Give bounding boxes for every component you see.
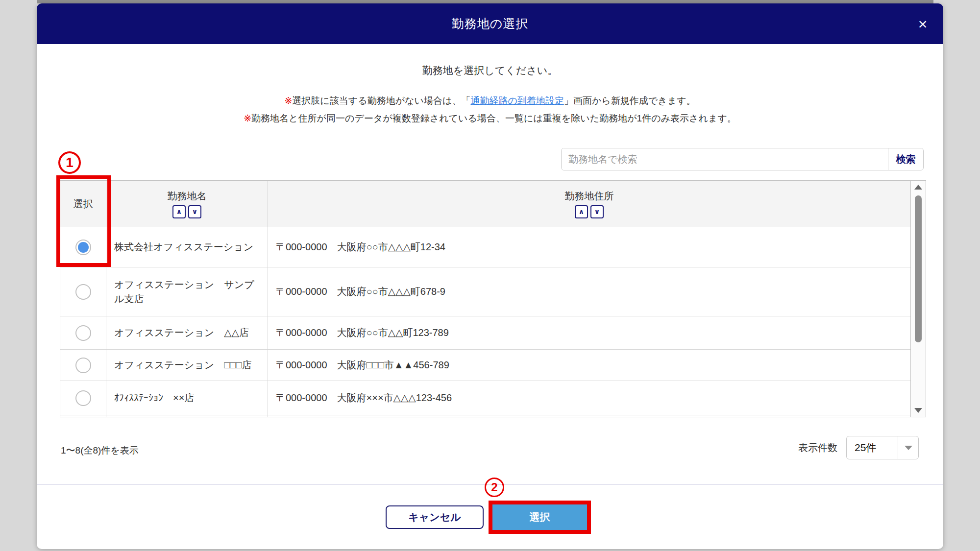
row-address-cell: 〒000-0000 大阪府×××市△△△123-456 xyxy=(268,381,910,415)
note-asterisk: ※ xyxy=(244,113,251,123)
commute-route-settings-link[interactable]: 通勤経路の到着地設定 xyxy=(470,96,564,106)
radio-unselected[interactable] xyxy=(75,358,91,373)
column-label-select: 選択 xyxy=(74,197,93,211)
table-row[interactable]: 株式会社オフィスステーション 〒000-0000 大阪府○○市△△△町12-34 xyxy=(60,227,910,267)
row-name-cell: オフィスステーション サンプル支店 xyxy=(106,267,268,316)
select-button[interactable]: 選択 xyxy=(492,504,587,530)
note2-text: 勤務地名と住所が同一のデータが複数登録されている場合、一覧には重複を除いた勤務地… xyxy=(251,113,736,123)
row-name-cell: オフィスステーション △△店 xyxy=(106,316,268,349)
search-button[interactable]: 検索 xyxy=(888,148,923,170)
page-size-value: 25件 xyxy=(847,441,898,455)
search-bar: 検索 xyxy=(561,148,924,170)
close-icon[interactable]: × xyxy=(913,14,932,34)
row-address-cell xyxy=(268,415,910,417)
note-new-location: ※選択肢に該当する勤務地がない場合は、「通勤経路の到着地設定」画面から新規作成で… xyxy=(37,95,943,107)
row-address-cell: 〒000-0000 大阪府○○市△△△町12-34 xyxy=(268,227,910,267)
row-select-cell xyxy=(60,381,106,415)
address-sorters: ∧ ∨ xyxy=(575,205,604,218)
row-name-cell: 株式会社オフィスステーション xyxy=(106,227,268,267)
modal-title: 勤務地の選択 xyxy=(452,16,529,32)
work-location-table: 選択 勤務地名 ∧ ∨ 勤務地住所 ∧ ∨ xyxy=(60,180,926,417)
sort-address-desc-icon[interactable]: ∨ xyxy=(590,205,604,218)
scroll-up-icon[interactable] xyxy=(914,185,922,190)
name-sorters: ∧ ∨ xyxy=(172,205,201,218)
search-input[interactable] xyxy=(562,148,888,170)
annotation-highlight-select-button: 選択 xyxy=(489,501,591,534)
table-row[interactable]: オフィスステーション □□□店 〒000-0000 大阪府□□□市▲▲456-7… xyxy=(60,350,910,381)
radio-unselected[interactable] xyxy=(75,390,91,406)
row-address-cell: 〒000-0000 大阪府□□□市▲▲456-789 xyxy=(268,350,910,381)
column-header-select: 選択 xyxy=(60,181,106,227)
table-row-partial xyxy=(60,415,910,417)
column-label-name: 勤務地名 xyxy=(168,190,207,203)
annotation-step-1: 1 xyxy=(58,151,81,174)
result-count-text: 1〜8(全8)件を表示 xyxy=(61,444,139,457)
radio-unselected[interactable] xyxy=(75,325,91,341)
instruction-text: 勤務地を選択してください。 xyxy=(37,64,943,77)
note-duplicates: ※勤務地名と住所が同一のデータが複数登録されている場合、一覧には重複を除いた勤務… xyxy=(37,112,943,125)
column-header-name: 勤務地名 ∧ ∨ xyxy=(106,181,268,227)
table-row[interactable]: オフィスステーション サンプル支店 〒000-0000 大阪府○○市△△△町67… xyxy=(60,267,910,316)
row-select-cell xyxy=(60,267,106,316)
work-location-select-modal: 勤務地の選択 × 勤務地を選択してください。 ※選択肢に該当する勤務地がない場合… xyxy=(37,3,943,549)
scrollbar-thumb[interactable] xyxy=(915,195,922,342)
table-scrollbar xyxy=(910,181,926,417)
row-name-cell xyxy=(106,415,268,417)
radio-unselected[interactable] xyxy=(75,284,91,300)
table-header-row: 選択 勤務地名 ∧ ∨ 勤務地住所 ∧ ∨ xyxy=(60,181,910,227)
modal-header: 勤務地の選択 × xyxy=(37,3,943,44)
table-main: 選択 勤務地名 ∧ ∨ 勤務地住所 ∧ ∨ xyxy=(60,181,910,417)
row-address-cell: 〒000-0000 大阪府○○市△△町123-789 xyxy=(268,316,910,349)
radio-selected[interactable] xyxy=(75,240,91,255)
scroll-down-icon[interactable] xyxy=(914,408,922,413)
row-select-cell xyxy=(60,415,106,417)
sort-name-desc-icon[interactable]: ∨ xyxy=(188,205,201,218)
table-row[interactable]: オフィスステーション △△店 〒000-0000 大阪府○○市△△町123-78… xyxy=(60,316,910,350)
row-select-cell xyxy=(60,227,106,267)
background-page-edge xyxy=(37,0,933,3)
column-label-address: 勤務地住所 xyxy=(565,190,614,203)
row-name-cell: ｵﾌｨｽｽﾃｰｼｮﾝ ××店 xyxy=(106,381,268,415)
sort-address-asc-icon[interactable]: ∧ xyxy=(575,205,588,218)
page-size-dropdown[interactable]: 25件 xyxy=(846,436,919,459)
row-select-cell xyxy=(60,316,106,349)
row-select-cell xyxy=(60,350,106,381)
row-address-cell: 〒000-0000 大阪府○○市△△△町678-9 xyxy=(268,267,910,316)
page-size-label: 表示件数 xyxy=(798,441,837,455)
note1-text-before: 選択肢に該当する勤務地がない場合は、「 xyxy=(292,96,470,106)
annotation-step-2: 2 xyxy=(485,478,504,497)
row-name-cell: オフィスステーション □□□店 xyxy=(106,350,268,381)
chevron-down-icon xyxy=(905,446,912,450)
note1-text-after: 」画面から新規作成できます。 xyxy=(564,96,696,106)
column-header-address: 勤務地住所 ∧ ∨ xyxy=(268,181,910,227)
page-size-control: 表示件数 25件 xyxy=(798,436,919,459)
dropdown-arrow-box xyxy=(898,436,918,459)
table-row[interactable]: ｵﾌｨｽｽﾃｰｼｮﾝ ××店 〒000-0000 大阪府×××市△△△123-4… xyxy=(60,381,910,415)
sort-name-asc-icon[interactable]: ∧ xyxy=(172,205,186,218)
note-asterisk: ※ xyxy=(284,96,292,106)
cancel-button[interactable]: キャンセル xyxy=(386,505,484,529)
